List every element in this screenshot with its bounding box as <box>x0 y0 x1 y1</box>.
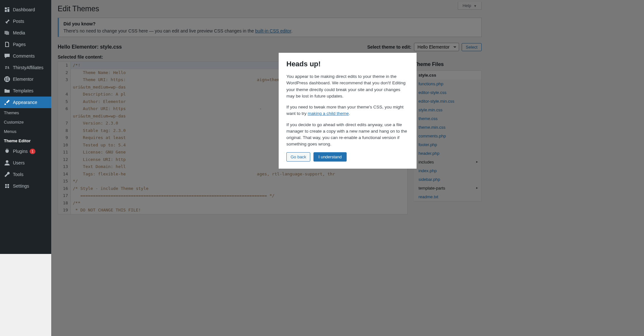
folder-icon <box>4 88 10 94</box>
modal-paragraph-1: You appear to be making direct edits to … <box>286 73 409 99</box>
submenu-item-menus[interactable]: Menus <box>0 127 51 136</box>
child-theme-link[interactable]: making a child theme <box>308 111 349 116</box>
sidebar-item-appearance[interactable]: Appearance <box>0 97 51 108</box>
sidebar-item-posts[interactable]: Posts <box>0 15 51 27</box>
svg-rect-3 <box>7 79 9 79</box>
sidebar-item-label: Appearance <box>13 100 37 105</box>
go-back-button[interactable]: Go back <box>286 152 310 162</box>
submenu-item-customize[interactable]: Customize <box>0 117 51 127</box>
sidebar-item-pages[interactable]: Pages <box>0 39 51 50</box>
svg-rect-7 <box>7 184 9 186</box>
i-understand-button[interactable]: I understand <box>313 152 346 162</box>
sidebar-item-plugins[interactable]: Plugins 1 <box>0 145 51 157</box>
sidebar-item-comments[interactable]: Comments <box>0 50 51 62</box>
sidebar-item-label: ThirstyAffiliates <box>13 65 43 70</box>
media-icon <box>4 30 10 36</box>
modal-paragraph-3: If you decide to go ahead with direct ed… <box>286 122 409 148</box>
comment-icon <box>4 53 10 59</box>
sidebar-item-templates[interactable]: Templates <box>0 85 51 97</box>
modal-paragraph-2: If you need to tweak more than your them… <box>286 104 409 117</box>
svg-rect-6 <box>5 184 7 186</box>
sidebar-item-label: Comments <box>13 53 35 59</box>
svg-rect-9 <box>7 186 9 188</box>
dashboard-icon <box>4 6 10 13</box>
ta-icon: TA <box>4 64 10 71</box>
svg-point-5 <box>6 160 8 163</box>
sidebar-item-label: Posts <box>13 19 24 24</box>
sidebar-item-label: Users <box>13 160 25 165</box>
sidebar-item-settings[interactable]: Settings <box>0 180 51 192</box>
sidebar-item-label: Dashboard <box>13 7 35 12</box>
admin-sidebar: Dashboard Posts Media Pages Comments TA … <box>0 0 51 254</box>
settings-icon <box>4 183 10 189</box>
submenu-item-themes[interactable]: Themes <box>0 108 51 117</box>
plugins-badge: 1 <box>30 149 35 154</box>
modal-title: Heads up! <box>286 60 409 68</box>
sidebar-item-label: Settings <box>13 183 29 189</box>
page-icon <box>4 41 10 48</box>
submenu-item-theme-editor[interactable]: Theme Editor <box>0 136 51 145</box>
sidebar-item-label: Pages <box>13 42 26 47</box>
user-icon <box>4 160 10 166</box>
sidebar-item-media[interactable]: Media <box>0 27 51 39</box>
plug-icon <box>4 148 10 154</box>
svg-rect-2 <box>7 78 9 78</box>
svg-rect-1 <box>5 78 6 81</box>
sidebar-item-thirstyaffiliates[interactable]: TA ThirstyAffiliates <box>0 62 51 73</box>
brush-icon <box>4 99 10 106</box>
sidebar-item-label: Elementor <box>13 77 34 82</box>
warning-modal: Heads up! You appear to be making direct… <box>279 53 417 169</box>
modal-overlay: Heads up! You appear to be making direct… <box>51 0 644 254</box>
elementor-icon <box>4 76 10 82</box>
sidebar-item-label: Tools <box>13 172 24 177</box>
sidebar-item-label: Templates <box>13 88 34 93</box>
svg-rect-8 <box>5 186 7 188</box>
pin-icon <box>4 18 10 24</box>
svg-rect-4 <box>7 80 9 81</box>
sidebar-item-tools[interactable]: Tools <box>0 169 51 180</box>
wrench-icon <box>4 171 10 178</box>
sidebar-item-label: Media <box>13 30 25 35</box>
sidebar-item-users[interactable]: Users <box>0 157 51 169</box>
sidebar-item-elementor[interactable]: Elementor <box>0 73 51 85</box>
sidebar-item-label: Plugins <box>13 149 28 154</box>
sidebar-item-dashboard[interactable]: Dashboard <box>0 4 51 15</box>
